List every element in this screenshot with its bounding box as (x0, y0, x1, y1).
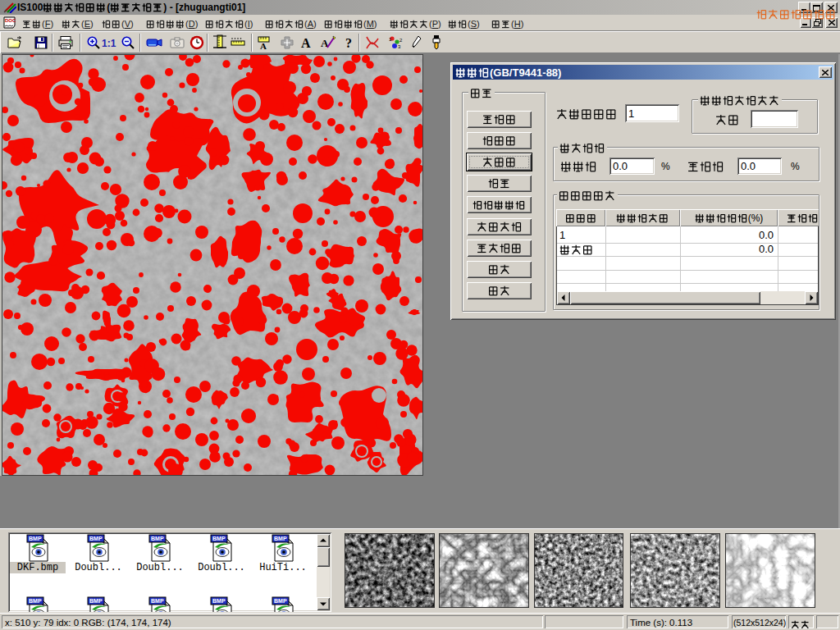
svg-text:A: A (260, 41, 267, 51)
svg-text:2: 2 (399, 38, 403, 43)
svg-text:BMP: BMP (274, 536, 287, 541)
svg-text:BMP: BMP (274, 598, 287, 604)
svg-text:BMP: BMP (212, 536, 226, 541)
svg-text:BMP: BMP (151, 598, 164, 604)
svg-text:BMP: BMP (89, 598, 103, 604)
svg-text:1:1: 1:1 (102, 38, 116, 49)
svg-text:BMP: BMP (29, 598, 42, 604)
svg-text:DOC: DOC (5, 18, 16, 23)
svg-text:BMP: BMP (151, 536, 164, 541)
svg-text:A: A (301, 36, 311, 50)
svg-text:BMP: BMP (29, 536, 42, 541)
svg-text:3: 3 (398, 44, 401, 49)
svg-text:?: ? (345, 36, 352, 50)
svg-text:BMP: BMP (89, 536, 103, 541)
svg-text:BMP: BMP (212, 598, 226, 604)
